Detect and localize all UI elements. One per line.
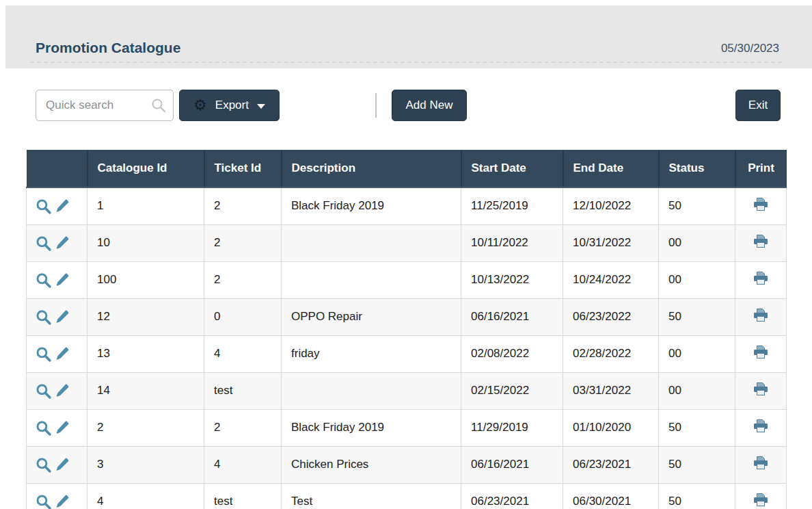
view-button[interactable] (35, 309, 52, 326)
view-button[interactable] (35, 382, 52, 400)
print-button[interactable] (753, 455, 769, 471)
export-button-label: Export (215, 99, 249, 112)
status-cell: 00 (659, 261, 735, 298)
status-cell: 50 (659, 446, 735, 483)
exit-button[interactable]: Exit (735, 90, 781, 121)
edit-button[interactable] (54, 494, 70, 509)
magnifier-icon (35, 382, 52, 400)
view-button[interactable] (35, 493, 52, 509)
start-date-cell: 10/11/2022 (461, 224, 563, 261)
description-cell: Chicken Prices (282, 446, 461, 483)
end-date-cell: 10/31/2022 (563, 224, 659, 261)
row-actions-cell (27, 483, 87, 509)
printer-icon (753, 381, 769, 397)
table-row: 3 4 Chicken Prices 06/16/2021 06/23/2021… (27, 446, 787, 483)
printer-icon (753, 196, 769, 212)
view-button[interactable] (35, 419, 52, 436)
print-button[interactable] (753, 344, 769, 360)
edit-button[interactable] (54, 309, 70, 325)
edit-button[interactable] (54, 272, 70, 288)
table-row: 10 2 10/11/2022 10/31/2022 00 (27, 224, 787, 261)
catalogue-id-cell: 1 (87, 187, 204, 224)
ticket-id-cell: 4 (204, 446, 282, 483)
print-cell (735, 372, 787, 409)
description-cell (282, 224, 461, 261)
chevron-down-icon (257, 104, 265, 109)
print-button[interactable] (753, 270, 769, 286)
row-actions-cell (27, 335, 87, 372)
search-input[interactable] (36, 90, 174, 121)
description-cell: Test (282, 483, 461, 509)
end-date-cell: 03/31/2022 (563, 372, 659, 409)
table-row: 12 0 OPPO Repair 06/16/2021 06/23/2022 5… (27, 298, 787, 335)
add-new-button[interactable]: Add New (392, 90, 467, 121)
row-actions-cell (27, 409, 87, 446)
pencil-icon (54, 420, 70, 436)
status-cell: 00 (659, 224, 735, 261)
edit-button[interactable] (54, 198, 70, 214)
view-button[interactable] (35, 198, 52, 215)
catalogue-id-cell: 100 (87, 261, 204, 298)
description-cell: friday (282, 335, 461, 372)
ticket-id-cell: 2 (204, 224, 282, 261)
printer-icon (753, 455, 769, 471)
pencil-icon (54, 457, 70, 473)
catalogue-id-cell: 3 (87, 446, 204, 483)
status-cell: 50 (659, 187, 735, 224)
toolbar-divider (375, 93, 377, 118)
col-header-status: Status (659, 150, 735, 187)
start-date-cell: 06/16/2021 (461, 446, 563, 483)
print-button[interactable] (753, 307, 769, 323)
print-button[interactable] (753, 196, 769, 212)
print-button[interactable] (753, 492, 769, 508)
edit-button[interactable] (54, 346, 70, 362)
end-date-cell: 02/28/2022 (563, 335, 659, 372)
magnifier-icon (35, 493, 52, 509)
catalogue-id-cell: 10 (87, 224, 204, 261)
print-cell (735, 483, 787, 509)
exit-button-label: Exit (748, 99, 768, 112)
start-date-cell: 11/25/2019 (461, 187, 563, 224)
print-cell (735, 187, 787, 224)
edit-button[interactable] (54, 457, 70, 473)
end-date-cell: 06/30/2021 (563, 483, 659, 509)
end-date-cell: 10/24/2022 (563, 261, 659, 298)
catalogue-id-cell: 12 (87, 298, 204, 335)
edit-button[interactable] (54, 420, 70, 436)
print-cell (735, 224, 787, 261)
description-cell: OPPO Repair (282, 298, 461, 335)
pencil-icon (54, 198, 70, 214)
catalogue-id-cell: 14 (87, 372, 204, 409)
magnifier-icon (35, 272, 52, 289)
pencil-icon (54, 272, 70, 288)
table-header: Catalogue Id Ticket Id Description Start… (27, 150, 787, 187)
table-row: 4 test Test 06/23/2021 06/30/2021 50 (27, 483, 787, 509)
print-cell (735, 446, 787, 483)
print-button[interactable] (753, 233, 769, 249)
view-button[interactable] (35, 235, 52, 252)
status-cell: 00 (659, 335, 735, 372)
description-cell (282, 372, 461, 409)
view-button[interactable] (35, 345, 52, 363)
print-button[interactable] (753, 381, 769, 397)
edit-button[interactable] (54, 235, 70, 251)
view-button[interactable] (35, 456, 52, 473)
catalogue-id-cell: 13 (87, 335, 204, 372)
row-actions-cell (27, 298, 87, 335)
ticket-id-cell: 2 (204, 261, 282, 298)
magnifier-icon (35, 345, 52, 363)
gear-icon: ⚙ (193, 98, 207, 113)
printer-icon (753, 307, 769, 323)
magnifier-icon (35, 198, 52, 215)
edit-button[interactable] (54, 383, 70, 399)
print-button[interactable] (753, 418, 769, 434)
promotions-table: Catalogue Id Ticket Id Description Start… (26, 150, 786, 509)
export-button[interactable]: ⚙ Export (179, 90, 280, 121)
promotion-catalogue-page: Promotion Catalogue 05/30/2023 ⚙ Export … (0, 0, 812, 509)
view-button[interactable] (35, 272, 52, 289)
col-header-ticket-id: Ticket Id (204, 150, 282, 187)
start-date-cell: 02/15/2022 (461, 372, 563, 409)
row-actions-cell (27, 261, 87, 298)
status-cell: 00 (659, 372, 735, 409)
catalogue-id-cell: 4 (87, 483, 204, 509)
